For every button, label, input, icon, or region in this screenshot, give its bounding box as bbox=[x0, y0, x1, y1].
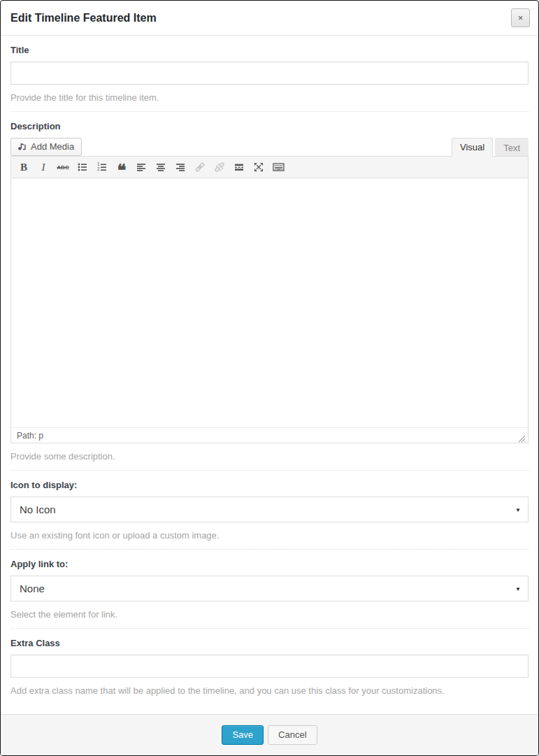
link-label: Apply link to: bbox=[10, 559, 529, 569]
link-select[interactable]: None ▼ bbox=[10, 576, 529, 601]
add-media-icon bbox=[17, 141, 27, 152]
cancel-button[interactable]: Cancel bbox=[268, 725, 317, 745]
italic-button[interactable]: I bbox=[34, 159, 52, 176]
bulleted-list-icon bbox=[77, 162, 88, 173]
dropdown-arrow-icon: ▼ bbox=[515, 585, 521, 592]
icon-select[interactable]: No Icon ▼ bbox=[10, 497, 529, 522]
resize-grip-icon[interactable] bbox=[516, 433, 526, 443]
icon-field-group: Icon to display: No Icon ▼ Use an existi… bbox=[10, 471, 529, 550]
bulleted-list-button[interactable] bbox=[73, 159, 92, 176]
align-right-icon bbox=[175, 162, 186, 173]
fullscreen-icon bbox=[253, 162, 264, 173]
modal-footer: Save Cancel bbox=[1, 714, 538, 755]
title-label: Title bbox=[10, 45, 529, 55]
add-media-label: Add Media bbox=[31, 141, 74, 152]
editor-path-status: Path: p bbox=[17, 431, 43, 441]
tab-visual[interactable]: Visual bbox=[452, 138, 493, 157]
rich-text-editor: B I ABC 1 2 bbox=[10, 156, 529, 443]
link-icon bbox=[194, 162, 206, 173]
editor-mode-tabs: Visual Text bbox=[452, 138, 529, 156]
extra-class-input[interactable] bbox=[10, 655, 529, 678]
close-icon: × bbox=[518, 13, 524, 23]
link-select-value: None bbox=[20, 583, 45, 594]
icon-select-value: No Icon bbox=[20, 504, 56, 515]
italic-icon: I bbox=[42, 162, 45, 173]
align-left-icon bbox=[136, 162, 147, 173]
description-field-group: Description Add Media Visual Text bbox=[10, 112, 529, 471]
more-tag-icon bbox=[233, 162, 245, 173]
more-tag-button[interactable] bbox=[230, 159, 248, 176]
title-input[interactable] bbox=[10, 62, 529, 85]
modal-header: Edit Timeline Featured Item × bbox=[1, 1, 538, 36]
title-field-group: Title Provide the title for this timelin… bbox=[10, 36, 529, 112]
add-media-button[interactable]: Add Media bbox=[10, 138, 82, 156]
close-button[interactable]: × bbox=[511, 8, 530, 27]
align-center-icon bbox=[155, 162, 166, 173]
media-buttons-row: Add Media Visual Text bbox=[10, 138, 529, 156]
link-button[interactable] bbox=[191, 159, 209, 176]
strikethrough-icon: ABC bbox=[57, 164, 69, 171]
description-label: Description bbox=[10, 121, 529, 131]
description-help-text: Provide some description. bbox=[10, 451, 529, 462]
modal-body: Title Provide the title for this timelin… bbox=[1, 36, 538, 714]
numbered-list-button[interactable]: 1 2 bbox=[93, 159, 111, 176]
editor-content-area[interactable] bbox=[11, 178, 528, 427]
link-field-group: Apply link to: None ▼ Select the element… bbox=[10, 550, 529, 629]
align-right-button[interactable] bbox=[171, 159, 189, 176]
align-center-button[interactable] bbox=[152, 159, 170, 176]
extra-class-label: Extra Class bbox=[10, 638, 529, 648]
svg-text:1: 1 bbox=[97, 162, 100, 166]
align-left-button[interactable] bbox=[132, 159, 150, 176]
icon-label: Icon to display: bbox=[10, 480, 529, 490]
strikethrough-button[interactable]: ABC bbox=[54, 159, 72, 176]
toolbar-toggle-button[interactable] bbox=[269, 159, 287, 176]
toolbar-toggle-icon bbox=[273, 162, 285, 173]
blockquote-button[interactable]: ❝ bbox=[113, 159, 131, 176]
dropdown-arrow-icon: ▼ bbox=[515, 506, 521, 513]
bold-icon: B bbox=[20, 162, 27, 173]
numbered-list-icon: 1 2 bbox=[96, 162, 108, 173]
link-help-text: Select the element for link. bbox=[10, 609, 529, 620]
modal-title: Edit Timeline Featured Item bbox=[10, 12, 157, 24]
editor-toolbar: B I ABC 1 2 bbox=[11, 157, 528, 178]
extra-class-field-group: Extra Class Add extra class name that wi… bbox=[10, 629, 529, 704]
svg-text:2: 2 bbox=[97, 166, 100, 171]
editor-statusbar: Path: p bbox=[11, 427, 528, 443]
title-help-text: Provide the title for this timeline item… bbox=[10, 92, 529, 103]
edit-timeline-featured-item-modal: Edit Timeline Featured Item × Title Prov… bbox=[0, 0, 539, 756]
extra-class-help-text: Add extra class name that will be applie… bbox=[10, 685, 529, 696]
unlink-button[interactable] bbox=[210, 159, 229, 176]
blockquote-icon: ❝ bbox=[117, 160, 127, 174]
fullscreen-button[interactable] bbox=[250, 159, 268, 176]
bold-button[interactable]: B bbox=[15, 159, 33, 176]
unlink-icon bbox=[214, 162, 225, 173]
tab-text[interactable]: Text bbox=[495, 138, 529, 156]
save-button[interactable]: Save bbox=[222, 725, 264, 745]
icon-help-text: Use an existing font icon or upload a cu… bbox=[10, 530, 529, 541]
